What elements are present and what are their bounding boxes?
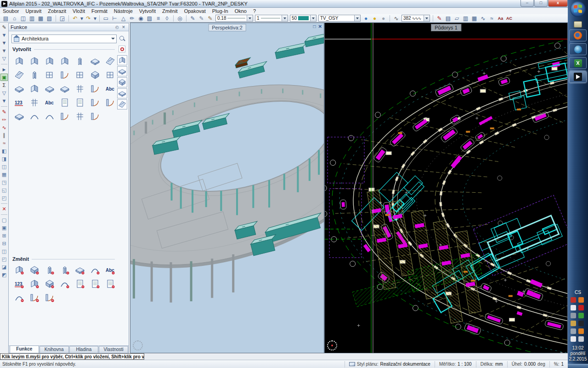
minimize-button[interactable]: – xyxy=(520,0,534,7)
print-preview-icon[interactable]: ▧ xyxy=(45,15,53,22)
tab-knihovna[interactable]: Knihovna xyxy=(40,346,69,353)
plan-viewport[interactable]: Půdorys 1 xyxy=(324,23,568,353)
modify-wall-tool[interactable] xyxy=(13,264,25,276)
sum-icon[interactable]: Σ xyxy=(0,81,8,89)
window-tool[interactable] xyxy=(44,69,56,81)
opening-arc-tool[interactable] xyxy=(28,110,40,122)
shape-merge-icon[interactable]: ◫ xyxy=(0,247,8,255)
text-tool[interactable]: Abc xyxy=(104,83,116,95)
red-pen-icon[interactable]: ✎ xyxy=(0,108,8,115)
menu-form-t[interactable]: Formát xyxy=(91,8,107,14)
fav-wall-button[interactable] xyxy=(117,55,127,65)
weight-icon[interactable]: △ xyxy=(119,15,127,22)
chart-doc-icon[interactable]: ▦ xyxy=(470,15,478,22)
filter-pen-icon[interactable]: ▼ xyxy=(0,47,8,54)
move-document-tool[interactable] xyxy=(104,278,116,290)
modify-label-tool[interactable] xyxy=(59,278,71,290)
volume-icon[interactable] xyxy=(578,336,584,342)
fillet-tool[interactable] xyxy=(13,292,25,304)
taskbar-clock[interactable]: 13:02 pondělí 2.2.2015 xyxy=(569,345,587,362)
mirror-left-icon[interactable]: ◧ xyxy=(0,147,8,155)
palette-close-icon[interactable]: ✕ xyxy=(120,24,127,30)
modify-text-tool[interactable]: Abc xyxy=(104,264,116,276)
door-swing-tool[interactable] xyxy=(89,97,101,109)
copy-to-document-tool[interactable] xyxy=(74,278,86,290)
strip-foundation-tool[interactable] xyxy=(28,83,40,95)
menu--[interactable]: ? xyxy=(253,8,256,14)
updater-icon[interactable] xyxy=(578,297,584,303)
label-tool[interactable]: Abc xyxy=(44,97,56,109)
media-icon[interactable] xyxy=(578,321,584,326)
copy-document-icon[interactable]: ◫ xyxy=(19,15,27,22)
plan-viewport-label[interactable]: Půdorys 1 xyxy=(431,24,461,31)
open-project-icon[interactable]: ⌂ xyxy=(11,15,18,22)
menu-plug-in[interactable]: Plug-In xyxy=(212,8,228,14)
display-icon[interactable] xyxy=(571,313,576,318)
maximize-button[interactable]: □ xyxy=(534,0,548,7)
undo-icon[interactable]: ↶ xyxy=(71,15,79,22)
curtain-wall-tool[interactable] xyxy=(104,69,116,81)
merge-document-tool[interactable] xyxy=(89,278,101,290)
roof-covering-tool[interactable] xyxy=(13,69,25,81)
bulb-icon[interactable]: ● xyxy=(371,15,379,22)
fav-slab-button[interactable] xyxy=(117,66,127,76)
viewport-maximize-icon[interactable]: □ xyxy=(313,24,316,29)
navigation-compass-icon[interactable] xyxy=(327,340,337,351)
array-icon[interactable]: ▦ xyxy=(0,171,8,178)
shape-fill-icon[interactable]: ◪ xyxy=(0,263,8,270)
firefox-button[interactable] xyxy=(569,29,587,41)
menu-zobrazit[interactable]: Zobrazit xyxy=(48,8,66,14)
explorer-pin[interactable] xyxy=(574,21,582,28)
niche-tool[interactable] xyxy=(74,69,86,81)
folding-door-tool[interactable] xyxy=(59,110,71,122)
menu-soubor[interactable]: Soubor xyxy=(3,8,19,14)
copy-icon[interactable]: ◫ xyxy=(0,163,8,170)
3d-view-icon[interactable]: ◊ xyxy=(163,15,171,22)
chevron-down-icon[interactable] xyxy=(282,15,288,21)
chevron-down-icon[interactable] xyxy=(424,15,430,21)
pen-thickness-combo[interactable]: 0.18 xyxy=(215,15,253,22)
tools-icon[interactable]: ✏ xyxy=(128,15,136,22)
screenshot-icon[interactable]: ◲ xyxy=(58,15,66,22)
storage-icon[interactable] xyxy=(571,321,576,326)
foundation-slab-tool[interactable] xyxy=(13,83,25,95)
browser-button[interactable] xyxy=(569,43,587,55)
shape-subtract-icon[interactable]: ⊟ xyxy=(0,240,8,247)
transfer-properties-tool[interactable] xyxy=(28,278,40,290)
view-options-icon[interactable]: ◉ xyxy=(137,15,145,22)
length-segment[interactable]: Délka: mm xyxy=(476,361,507,368)
measure-sticks-icon[interactable]: ∥ xyxy=(0,132,8,139)
eyedropper-icon[interactable]: ✎ xyxy=(0,23,8,31)
hydro-icon[interactable]: ● xyxy=(362,15,370,22)
opening-swap-tool[interactable] xyxy=(104,97,116,109)
select-pointer-icon[interactable]: ► xyxy=(0,66,8,73)
trim-opening-tool[interactable] xyxy=(59,264,71,276)
wall-tool[interactable] xyxy=(13,55,25,67)
volume-mixer-icon[interactable] xyxy=(578,328,584,334)
story-number-tool[interactable]: 123 xyxy=(13,97,25,109)
layer-folder-icon[interactable]: ▱ xyxy=(453,15,461,22)
roof-plane-tool[interactable] xyxy=(104,55,116,67)
fav-roof-button[interactable] xyxy=(117,99,127,109)
perspective-viewport[interactable]: Perspektiva:2 □ ✕ xyxy=(130,23,324,353)
dim-tool-icon[interactable]: ● xyxy=(379,15,387,22)
angle-segment[interactable]: Úhel: 0.000 deg xyxy=(507,361,549,368)
chevron-down-icon[interactable] xyxy=(247,15,253,21)
chimney-tool[interactable] xyxy=(89,69,101,81)
menu-n-stroje[interactable]: Nástroje xyxy=(114,8,133,14)
scale-segment[interactable]: Měřítko: 1 : 100 xyxy=(435,361,476,368)
report-tool[interactable] xyxy=(59,97,71,109)
filter-architecture-icon[interactable]: ▼ xyxy=(0,39,8,46)
modify-layers-tool[interactable] xyxy=(74,264,86,276)
language-indicator[interactable]: CS xyxy=(575,290,581,295)
pen-linetype-icon[interactable]: ✎ xyxy=(198,15,205,22)
pin-icon[interactable]: ◴ xyxy=(114,24,120,30)
close-button[interactable]: x xyxy=(548,0,568,7)
redo-icon[interactable]: ↷ xyxy=(85,15,92,22)
show-desktop-button[interactable] xyxy=(568,364,588,368)
rotate-icon[interactable]: ◳ xyxy=(0,178,8,186)
category-dropdown[interactable]: Architektura xyxy=(11,34,117,43)
menu-vlo-it[interactable]: Vložit xyxy=(73,8,85,14)
font-aa-icon[interactable]: Aa xyxy=(497,15,504,22)
column-tool[interactable] xyxy=(74,55,86,67)
